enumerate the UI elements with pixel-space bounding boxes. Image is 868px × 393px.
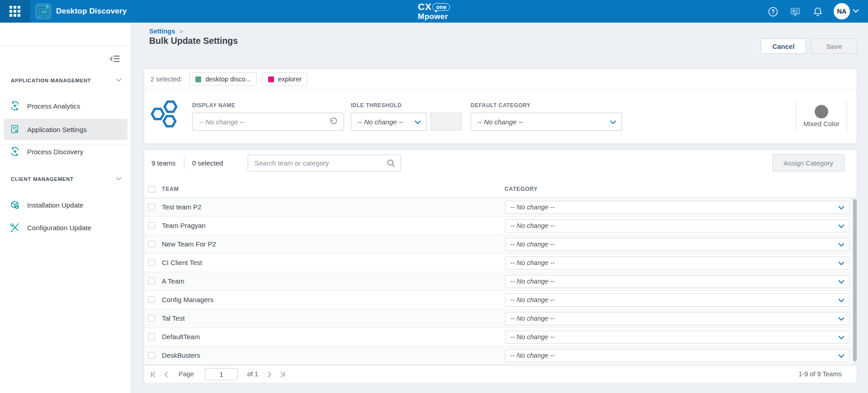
row-checkbox[interactable] [148, 315, 155, 322]
table-row: Test team P2 -- No change -- [144, 198, 857, 217]
search-icon[interactable] [387, 159, 396, 168]
sidebar-item-process-discovery[interactable]: Process Discovery [4, 141, 127, 162]
cancel-button[interactable]: Cancel [761, 38, 806, 54]
section-client-management[interactable]: CLIENT MANAGEMENT [11, 176, 124, 182]
installation-update-icon [10, 200, 20, 210]
row-category-value: -- No change -- [510, 315, 555, 322]
idle-threshold-select[interactable]: -- No change -- [351, 113, 427, 131]
page-of-label: of 1 [247, 370, 258, 378]
assign-category-button[interactable]: Assign Category [772, 154, 844, 171]
chevron-down-icon [838, 317, 844, 321]
team-name: CI Client Test [162, 259, 202, 266]
teams-selected-label: 0 selected [192, 159, 223, 167]
chevron-down-icon [838, 224, 844, 228]
chevron-down-icon [838, 280, 844, 284]
sidebar-item-installation-update[interactable]: Installation Update [4, 194, 127, 215]
row-category-select[interactable]: -- No change -- [505, 275, 849, 288]
app-launcher-button[interactable] [0, 0, 30, 23]
avatar-initials: NA [837, 8, 847, 15]
user-menu-chevron-icon[interactable] [853, 9, 859, 13]
reset-icon[interactable] [329, 117, 338, 126]
cxone-mpower-logo: CX one Mpower [418, 2, 450, 21]
presentation-icon[interactable] [790, 6, 801, 17]
sidebar-item-process-analytics[interactable]: Process Analytics [4, 95, 127, 116]
scrollbar-thumb[interactable] [853, 199, 857, 361]
row-category-select[interactable]: -- No change -- [505, 238, 849, 251]
desktop-discovery-app: Desktop Discovery CX one Mpower ? NA [0, 0, 868, 393]
selected-app-chip[interactable]: explorer [262, 72, 307, 86]
row-category-value: -- No change -- [510, 296, 555, 303]
team-search-input[interactable] [248, 155, 401, 171]
page-title: Bulk Update Settings [149, 36, 238, 46]
chevron-down-icon [838, 354, 844, 358]
row-checkbox[interactable] [148, 296, 155, 303]
row-category-select[interactable]: -- No change -- [505, 349, 849, 362]
team-name: DeskBusters [162, 351, 200, 359]
selected-app-chip[interactable]: desktop disco... [189, 72, 257, 86]
row-checkbox[interactable] [148, 333, 155, 340]
select-all-checkbox[interactable] [148, 186, 155, 193]
display-name-input[interactable] [192, 113, 344, 131]
row-category-select[interactable]: -- No change -- [505, 331, 849, 344]
teams-card: 9 teams 0 selected Assign Category TEAM … [144, 149, 857, 382]
row-category-select[interactable]: -- No change -- [505, 219, 849, 232]
notifications-bell-icon[interactable] [812, 6, 823, 17]
sidebar: APPLICATION MANAGEMENT Process Analytics… [0, 23, 131, 393]
select-value: -- No change -- [358, 118, 403, 126]
save-button[interactable]: Save [811, 38, 858, 54]
previous-page-icon[interactable] [163, 371, 170, 378]
selected-count-label: 2 selected: [151, 76, 182, 83]
page-number-input[interactable] [205, 368, 238, 380]
row-checkbox[interactable] [148, 204, 155, 210]
row-category-select[interactable]: -- No change -- [505, 312, 849, 325]
logo-cx-text: CX [418, 2, 431, 11]
chevron-down-icon [838, 261, 844, 265]
process-discovery-icon [10, 147, 20, 156]
first-page-icon[interactable] [150, 371, 157, 378]
last-page-icon[interactable] [279, 371, 286, 378]
bulk-update-form-card: 2 selected: desktop disco... explorer DI… [144, 68, 857, 144]
idle-threshold-label: IDLE THRESHOLD [351, 102, 401, 109]
help-icon[interactable]: ? [768, 6, 778, 17]
divider [0, 145, 131, 145]
row-category-select[interactable]: -- No change -- [505, 294, 849, 307]
row-checkbox[interactable] [148, 222, 155, 229]
idle-threshold-value-input[interactable] [430, 113, 462, 131]
avatar[interactable]: NA [834, 3, 850, 19]
column-header-team: TEAM [162, 186, 179, 192]
default-category-select[interactable]: -- No change -- [471, 113, 622, 131]
application-settings-icon [10, 124, 20, 134]
row-checkbox[interactable] [148, 278, 155, 284]
divider [184, 158, 184, 169]
sidebar-item-application-settings[interactable]: Application Settings [4, 119, 127, 140]
row-checkbox[interactable] [148, 259, 155, 266]
default-category-label: DEFAULT CATEGORY [471, 102, 530, 109]
chevron-down-icon [838, 243, 844, 247]
next-page-icon[interactable] [265, 371, 273, 378]
color-picker-button[interactable]: Mixed Color [796, 101, 847, 133]
chip-label: explorer [278, 76, 302, 83]
breadcrumb: Settings > [149, 28, 183, 35]
breadcrumb-settings-link[interactable]: Settings [149, 28, 175, 35]
sidebar-item-label: Process Analytics [27, 102, 80, 110]
row-checkbox[interactable] [148, 241, 155, 247]
section-label: APPLICATION MANAGEMENT [11, 78, 91, 83]
monitor-sparkle-icon [36, 4, 51, 19]
desktop-discovery-logo-tile [35, 3, 52, 19]
team-search [248, 155, 401, 171]
row-category-value: -- No change -- [510, 333, 555, 341]
selected-apps-row: 2 selected: desktop disco... explorer [144, 69, 857, 90]
chevron-down-icon [415, 120, 421, 124]
mixed-color-label: Mixed Color [796, 120, 847, 128]
table-row: Team Pragyan -- No change -- [144, 217, 857, 235]
row-checkbox[interactable] [148, 352, 155, 359]
scrollbar-track[interactable] [852, 198, 858, 365]
team-name: DefaultTeam [162, 333, 200, 341]
section-application-management[interactable]: APPLICATION MANAGEMENT [11, 78, 124, 83]
row-category-select[interactable]: -- No change -- [505, 201, 849, 214]
sidebar-item-configuration-update[interactable]: Configuration Update [4, 217, 127, 238]
collapse-sidebar-icon[interactable] [109, 54, 120, 63]
logo-one-bubble: one [433, 3, 450, 11]
row-category-select[interactable]: -- No change -- [505, 256, 849, 270]
display-name-label: DISPLAY NAME [192, 102, 235, 109]
